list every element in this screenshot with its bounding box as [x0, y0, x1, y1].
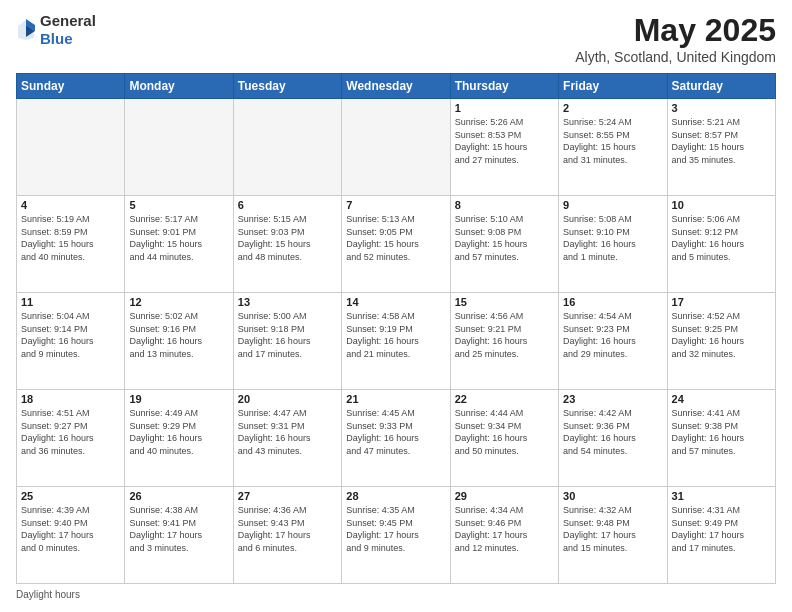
weekday-header-friday: Friday — [559, 74, 667, 99]
day-info: Sunrise: 4:54 AM Sunset: 9:23 PM Dayligh… — [563, 310, 662, 360]
calendar-cell — [125, 99, 233, 196]
calendar-cell: 9Sunrise: 5:08 AM Sunset: 9:10 PM Daylig… — [559, 196, 667, 293]
calendar-cell: 17Sunrise: 4:52 AM Sunset: 9:25 PM Dayli… — [667, 293, 775, 390]
calendar-cell: 22Sunrise: 4:44 AM Sunset: 9:34 PM Dayli… — [450, 390, 558, 487]
day-number: 30 — [563, 490, 662, 502]
day-info: Sunrise: 4:32 AM Sunset: 9:48 PM Dayligh… — [563, 504, 662, 554]
day-info: Sunrise: 4:39 AM Sunset: 9:40 PM Dayligh… — [21, 504, 120, 554]
day-number: 21 — [346, 393, 445, 405]
calendar-cell: 12Sunrise: 5:02 AM Sunset: 9:16 PM Dayli… — [125, 293, 233, 390]
day-number: 5 — [129, 199, 228, 211]
day-number: 14 — [346, 296, 445, 308]
calendar-cell: 3Sunrise: 5:21 AM Sunset: 8:57 PM Daylig… — [667, 99, 775, 196]
day-info: Sunrise: 5:26 AM Sunset: 8:53 PM Dayligh… — [455, 116, 554, 166]
day-info: Sunrise: 4:38 AM Sunset: 9:41 PM Dayligh… — [129, 504, 228, 554]
logo-general: General — [40, 12, 96, 29]
header: General Blue May 2025 Alyth, Scotland, U… — [16, 12, 776, 65]
day-info: Sunrise: 4:51 AM Sunset: 9:27 PM Dayligh… — [21, 407, 120, 457]
day-number: 4 — [21, 199, 120, 211]
calendar-table: SundayMondayTuesdayWednesdayThursdayFrid… — [16, 73, 776, 584]
footer-text: Daylight hours — [16, 589, 80, 600]
day-number: 6 — [238, 199, 337, 211]
calendar-cell: 7Sunrise: 5:13 AM Sunset: 9:05 PM Daylig… — [342, 196, 450, 293]
calendar-cell: 19Sunrise: 4:49 AM Sunset: 9:29 PM Dayli… — [125, 390, 233, 487]
weekday-header-tuesday: Tuesday — [233, 74, 341, 99]
day-number: 31 — [672, 490, 771, 502]
title-month: May 2025 — [575, 12, 776, 49]
day-info: Sunrise: 4:31 AM Sunset: 9:49 PM Dayligh… — [672, 504, 771, 554]
calendar-cell: 11Sunrise: 5:04 AM Sunset: 9:14 PM Dayli… — [17, 293, 125, 390]
day-number: 1 — [455, 102, 554, 114]
weekday-header-thursday: Thursday — [450, 74, 558, 99]
day-info: Sunrise: 5:00 AM Sunset: 9:18 PM Dayligh… — [238, 310, 337, 360]
day-info: Sunrise: 4:44 AM Sunset: 9:34 PM Dayligh… — [455, 407, 554, 457]
calendar-cell: 30Sunrise: 4:32 AM Sunset: 9:48 PM Dayli… — [559, 487, 667, 584]
day-number: 18 — [21, 393, 120, 405]
title-block: May 2025 Alyth, Scotland, United Kingdom — [575, 12, 776, 65]
calendar-cell: 25Sunrise: 4:39 AM Sunset: 9:40 PM Dayli… — [17, 487, 125, 584]
day-number: 26 — [129, 490, 228, 502]
day-number: 17 — [672, 296, 771, 308]
day-number: 19 — [129, 393, 228, 405]
calendar-cell: 15Sunrise: 4:56 AM Sunset: 9:21 PM Dayli… — [450, 293, 558, 390]
day-info: Sunrise: 5:02 AM Sunset: 9:16 PM Dayligh… — [129, 310, 228, 360]
calendar-cell: 6Sunrise: 5:15 AM Sunset: 9:03 PM Daylig… — [233, 196, 341, 293]
day-number: 29 — [455, 490, 554, 502]
day-number: 28 — [346, 490, 445, 502]
day-info: Sunrise: 5:19 AM Sunset: 8:59 PM Dayligh… — [21, 213, 120, 263]
calendar-cell — [17, 99, 125, 196]
footer: Daylight hours — [16, 589, 776, 600]
day-info: Sunrise: 4:41 AM Sunset: 9:38 PM Dayligh… — [672, 407, 771, 457]
calendar-cell: 5Sunrise: 5:17 AM Sunset: 9:01 PM Daylig… — [125, 196, 233, 293]
weekday-header-wednesday: Wednesday — [342, 74, 450, 99]
day-number: 20 — [238, 393, 337, 405]
calendar-cell: 28Sunrise: 4:35 AM Sunset: 9:45 PM Dayli… — [342, 487, 450, 584]
day-info: Sunrise: 5:06 AM Sunset: 9:12 PM Dayligh… — [672, 213, 771, 263]
weekday-header-monday: Monday — [125, 74, 233, 99]
day-info: Sunrise: 4:36 AM Sunset: 9:43 PM Dayligh… — [238, 504, 337, 554]
day-info: Sunrise: 4:45 AM Sunset: 9:33 PM Dayligh… — [346, 407, 445, 457]
day-info: Sunrise: 4:34 AM Sunset: 9:46 PM Dayligh… — [455, 504, 554, 554]
day-number: 7 — [346, 199, 445, 211]
calendar-cell: 29Sunrise: 4:34 AM Sunset: 9:46 PM Dayli… — [450, 487, 558, 584]
day-info: Sunrise: 5:08 AM Sunset: 9:10 PM Dayligh… — [563, 213, 662, 263]
day-number: 15 — [455, 296, 554, 308]
day-number: 2 — [563, 102, 662, 114]
day-number: 3 — [672, 102, 771, 114]
calendar-cell: 2Sunrise: 5:24 AM Sunset: 8:55 PM Daylig… — [559, 99, 667, 196]
calendar-cell: 13Sunrise: 5:00 AM Sunset: 9:18 PM Dayli… — [233, 293, 341, 390]
day-info: Sunrise: 5:24 AM Sunset: 8:55 PM Dayligh… — [563, 116, 662, 166]
day-number: 22 — [455, 393, 554, 405]
page: General Blue May 2025 Alyth, Scotland, U… — [0, 0, 792, 612]
logo-text: General Blue — [40, 12, 96, 48]
day-number: 12 — [129, 296, 228, 308]
logo-blue: Blue — [40, 30, 73, 47]
calendar-cell: 18Sunrise: 4:51 AM Sunset: 9:27 PM Dayli… — [17, 390, 125, 487]
day-number: 10 — [672, 199, 771, 211]
day-number: 13 — [238, 296, 337, 308]
title-location: Alyth, Scotland, United Kingdom — [575, 49, 776, 65]
day-info: Sunrise: 4:58 AM Sunset: 9:19 PM Dayligh… — [346, 310, 445, 360]
calendar-cell: 24Sunrise: 4:41 AM Sunset: 9:38 PM Dayli… — [667, 390, 775, 487]
day-info: Sunrise: 4:56 AM Sunset: 9:21 PM Dayligh… — [455, 310, 554, 360]
calendar-cell — [233, 99, 341, 196]
day-info: Sunrise: 4:47 AM Sunset: 9:31 PM Dayligh… — [238, 407, 337, 457]
day-info: Sunrise: 4:52 AM Sunset: 9:25 PM Dayligh… — [672, 310, 771, 360]
calendar-cell: 8Sunrise: 5:10 AM Sunset: 9:08 PM Daylig… — [450, 196, 558, 293]
logo: General Blue — [16, 12, 96, 48]
day-number: 8 — [455, 199, 554, 211]
day-info: Sunrise: 5:13 AM Sunset: 9:05 PM Dayligh… — [346, 213, 445, 263]
day-info: Sunrise: 5:10 AM Sunset: 9:08 PM Dayligh… — [455, 213, 554, 263]
calendar-cell: 21Sunrise: 4:45 AM Sunset: 9:33 PM Dayli… — [342, 390, 450, 487]
calendar-cell: 1Sunrise: 5:26 AM Sunset: 8:53 PM Daylig… — [450, 99, 558, 196]
calendar-cell: 20Sunrise: 4:47 AM Sunset: 9:31 PM Dayli… — [233, 390, 341, 487]
calendar-cell: 16Sunrise: 4:54 AM Sunset: 9:23 PM Dayli… — [559, 293, 667, 390]
calendar-cell: 27Sunrise: 4:36 AM Sunset: 9:43 PM Dayli… — [233, 487, 341, 584]
calendar-cell: 31Sunrise: 4:31 AM Sunset: 9:49 PM Dayli… — [667, 487, 775, 584]
day-info: Sunrise: 4:35 AM Sunset: 9:45 PM Dayligh… — [346, 504, 445, 554]
day-number: 16 — [563, 296, 662, 308]
day-info: Sunrise: 5:04 AM Sunset: 9:14 PM Dayligh… — [21, 310, 120, 360]
calendar-cell: 10Sunrise: 5:06 AM Sunset: 9:12 PM Dayli… — [667, 196, 775, 293]
day-info: Sunrise: 5:21 AM Sunset: 8:57 PM Dayligh… — [672, 116, 771, 166]
calendar-cell — [342, 99, 450, 196]
